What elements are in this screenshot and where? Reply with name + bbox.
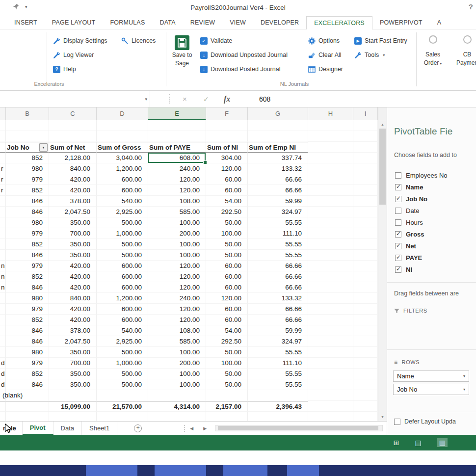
grid-cell[interactable]: 60.00 — [206, 271, 248, 282]
grid-cell[interactable]: 304.00 — [206, 153, 248, 163]
row-name-partial[interactable]: n — [0, 261, 6, 271]
grid-cell[interactable]: 120.00 — [148, 304, 206, 315]
page-break-view-icon[interactable]: ▥ — [437, 438, 448, 447]
grid-cell[interactable] — [308, 401, 353, 412]
grid-cell[interactable]: 55.55 — [248, 347, 308, 358]
grid-cell[interactable] — [6, 131, 49, 142]
grid-cell[interactable]: 1,000.00 — [97, 228, 148, 239]
grid-cell[interactable] — [97, 412, 148, 421]
field-checkbox[interactable] — [395, 208, 401, 214]
field-item-ni[interactable]: NI — [395, 264, 476, 275]
grid-cell[interactable] — [308, 369, 353, 379]
job-no-cell[interactable]: 852 — [6, 185, 49, 196]
job-no-cell[interactable]: 852 — [6, 369, 49, 379]
grid-cell[interactable]: 66.66 — [248, 174, 308, 185]
grid-cell[interactable] — [308, 282, 353, 293]
grid-cell[interactable]: 350.00 — [49, 369, 97, 379]
grid-cell[interactable]: 600.00 — [97, 315, 148, 325]
grid-cell[interactable]: 59.99 — [248, 325, 308, 336]
grid-cell[interactable]: 500.00 — [97, 250, 148, 261]
grid-cell[interactable] — [0, 120, 6, 131]
grid-cell[interactable] — [353, 185, 378, 196]
ribbon-tab-review[interactable]: REVIEW — [183, 16, 223, 29]
sheet-tab-pivot[interactable]: Pivot — [23, 422, 53, 435]
row-name-partial[interactable] — [0, 228, 6, 239]
grid-cell[interactable]: 350.00 — [49, 250, 97, 261]
field-checkbox[interactable] — [395, 243, 401, 249]
grid-cell[interactable]: 50.00 — [206, 250, 248, 261]
grid-cell[interactable] — [353, 174, 378, 185]
help-button[interactable]: ? Help — [53, 63, 76, 75]
field-checkbox[interactable] — [395, 219, 401, 226]
grid-cell[interactable]: 240.00 — [148, 293, 206, 304]
grid-cell[interactable]: 100.00 — [148, 347, 206, 358]
grid-cell[interactable]: 2,925.00 — [97, 336, 148, 347]
field-item-net[interactable]: Net — [395, 240, 476, 252]
qat-customize-icon[interactable]: ▾ — [25, 4, 27, 9]
grid-cell[interactable] — [148, 120, 206, 131]
grid-cell[interactable] — [353, 261, 378, 271]
grid-cell[interactable]: 60.00 — [206, 185, 248, 196]
column-header-i[interactable]: I — [353, 107, 378, 120]
grid-cell[interactable]: 1,000.00 — [97, 358, 148, 369]
scroll-down-icon[interactable]: ▼ — [378, 415, 387, 419]
column-header-f[interactable]: F — [206, 107, 248, 120]
validate-button[interactable]: ✓ Validate — [200, 35, 232, 47]
job-no-cell[interactable]: 852 — [6, 315, 49, 325]
grid-cell[interactable] — [353, 304, 378, 315]
cancel-icon[interactable]: × — [183, 91, 187, 107]
grid-cell[interactable] — [308, 250, 353, 261]
grid-cell[interactable]: 120.00 — [148, 261, 206, 271]
grid-cell[interactable] — [308, 163, 353, 174]
tab-scroll-left-icon[interactable]: ◀ — [185, 426, 198, 431]
grid-cell[interactable] — [353, 120, 378, 131]
rows-field-job-no[interactable]: Job No▾ — [393, 384, 469, 395]
field-item-hours[interactable]: Hours — [395, 216, 476, 228]
field-checkbox[interactable] — [395, 196, 401, 202]
grid-cell[interactable]: 66.66 — [248, 304, 308, 315]
column-header-e[interactable]: E — [148, 107, 206, 120]
job-no-filter-icon[interactable]: ▾ — [39, 143, 48, 152]
grid-cell[interactable] — [308, 142, 353, 153]
grid-cell[interactable]: 54.00 — [206, 196, 248, 207]
grid-cell[interactable]: 100.00 — [148, 217, 206, 228]
grid-cell[interactable]: 420.00 — [49, 315, 97, 325]
field-item-employees-no[interactable]: Employees No — [395, 169, 476, 181]
horizontal-scrollbar[interactable] — [215, 425, 383, 431]
grid-cell[interactable]: 378.00 — [49, 325, 97, 336]
row-name-partial[interactable] — [0, 239, 6, 250]
vertical-scrollbar-thumb[interactable] — [379, 129, 386, 205]
grid-cell[interactable] — [353, 131, 378, 142]
grid-cell[interactable] — [248, 131, 308, 142]
field-item-paye[interactable]: PAYE — [395, 252, 476, 264]
grid-cell[interactable]: 200.00 — [148, 358, 206, 369]
grid-cell[interactable] — [49, 131, 97, 142]
grid-cell[interactable]: 378.00 — [49, 196, 97, 207]
grid-cell[interactable] — [353, 401, 378, 412]
job-no-cell[interactable]: 846 — [6, 207, 49, 217]
grid-cell[interactable]: 120.00 — [148, 271, 206, 282]
grid-cell[interactable]: 2,047.50 — [49, 207, 97, 217]
grid-cell[interactable]: 1,200.00 — [97, 163, 148, 174]
field-checkbox[interactable] — [395, 255, 401, 261]
ribbon-tab-page-layout[interactable]: PAGE LAYOUT — [45, 16, 103, 29]
grid-cell[interactable]: 420.00 — [49, 271, 97, 282]
grid-cell[interactable] — [308, 185, 353, 196]
grid-cell[interactable]: 66.66 — [248, 271, 308, 282]
pin-icon[interactable] — [13, 3, 19, 10]
grid-cell[interactable]: 120.00 — [148, 185, 206, 196]
column-header-d[interactable]: D — [97, 107, 148, 120]
grid-cell[interactable]: 420.00 — [49, 282, 97, 293]
grid-cell[interactable] — [49, 412, 97, 421]
horizontal-scrollbar-thumb[interactable] — [218, 426, 378, 430]
grid-cell[interactable]: 50.00 — [206, 239, 248, 250]
grid-cell[interactable] — [308, 217, 353, 228]
grid-cell[interactable]: 324.97 — [248, 207, 308, 217]
grid-cell[interactable]: 337.74 — [248, 153, 308, 163]
grid-cell[interactable]: 60.00 — [206, 261, 248, 271]
grid-cell[interactable] — [308, 304, 353, 315]
row-name-partial[interactable] — [0, 293, 6, 304]
grid-cell[interactable]: 700.00 — [49, 228, 97, 239]
ribbon-tab-excelerators[interactable]: EXCELERATORS — [306, 16, 372, 29]
grid-cell[interactable]: 120.00 — [148, 174, 206, 185]
